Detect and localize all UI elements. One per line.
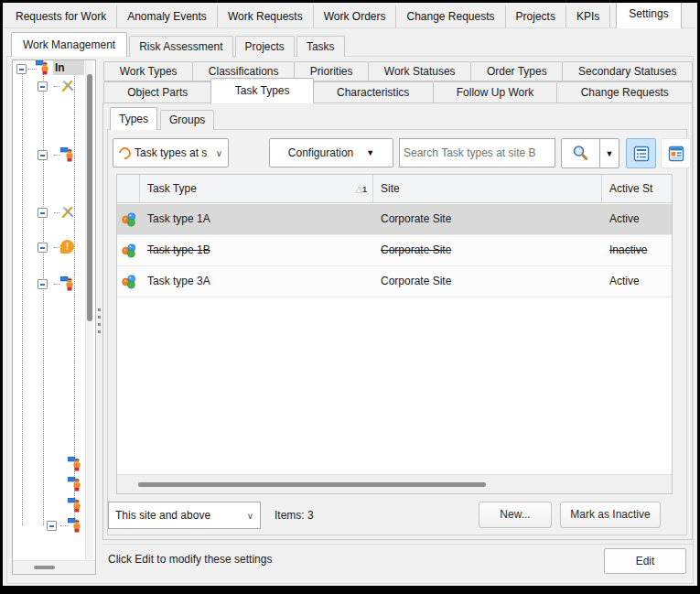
items-count-label: Items: 3	[275, 509, 314, 522]
tab-tasks[interactable]: Tasks	[296, 36, 345, 57]
cell-active-status: Inactive	[602, 235, 672, 265]
tab-follow-up-work[interactable]: Follow Up Work	[433, 81, 558, 103]
scrollbar-thumb[interactable]	[87, 74, 92, 321]
tab-task-types[interactable]: Task Types	[210, 78, 313, 103]
settings-category-tabs-row2: Object Parts Task Types Characteristics …	[103, 81, 692, 103]
tab-work-orders[interactable]: Work Orders	[314, 5, 397, 28]
site-scope-value: This site and above	[115, 509, 243, 522]
tools-icon	[60, 205, 75, 220]
sort-order: 1	[362, 185, 367, 194]
tab-change-requests[interactable]: Change Requests	[396, 5, 505, 28]
column-header-site[interactable]: Site	[373, 175, 602, 202]
person-icon	[60, 147, 75, 162]
panel-splitter[interactable]	[98, 308, 102, 338]
tab-anomaly-events[interactable]: Anomaly Events	[117, 5, 218, 28]
collapse-icon[interactable]	[16, 64, 27, 74]
search-options-arrow[interactable]: ▼	[600, 149, 619, 158]
cell-site: Corporate Site	[373, 235, 602, 265]
column-header-task-type[interactable]: Task Type △1	[140, 175, 373, 202]
task-type-icon	[117, 235, 140, 265]
status-message: Click Edit to modify these settings	[108, 553, 272, 566]
card-view-button[interactable]	[661, 138, 691, 168]
person-icon	[60, 276, 75, 291]
tab-requests-for-work[interactable]: Requests for Work	[5, 5, 117, 28]
settings-tabstrip: Work Management Risk Assessment Projects…	[11, 32, 347, 57]
tab-settings-projects[interactable]: Projects	[235, 36, 295, 57]
site-scope-dropdown[interactable]: This site and above ∨	[108, 502, 261, 529]
cell-active-status: Active	[602, 266, 672, 297]
tree-connector	[54, 212, 59, 213]
tab-secondary-statuses[interactable]: Secondary Statuses	[562, 61, 693, 81]
views-dropdown-value: Task types at s	[135, 146, 212, 159]
tab-work-management[interactable]: Work Management	[11, 32, 127, 57]
tab-kpis[interactable]: KPIs	[566, 5, 610, 28]
chevron-down-icon: ∨	[247, 511, 253, 521]
tab-work-types[interactable]: Work Types	[103, 61, 193, 81]
edit-button[interactable]: Edit	[604, 548, 686, 574]
tab-work-statuses[interactable]: Work Statuses	[368, 61, 471, 81]
collapse-icon[interactable]	[38, 279, 48, 289]
collapse-icon[interactable]	[47, 521, 57, 531]
list-view-icon	[633, 146, 650, 162]
tab-types[interactable]: Types	[110, 107, 157, 130]
tab-work-requests[interactable]: Work Requests	[218, 5, 314, 28]
task-types-table: Task Type △1 Site Active St Task type 1A…	[116, 174, 673, 494]
column-label: Site	[381, 182, 400, 195]
collapse-icon[interactable]	[38, 81, 48, 92]
collapse-icon[interactable]	[38, 150, 48, 160]
collapse-icon[interactable]	[38, 208, 48, 218]
cell-task-type: Task type 1B	[140, 235, 373, 265]
tab-groups[interactable]: Groups	[160, 110, 214, 130]
refresh-icon	[116, 145, 133, 161]
search-button[interactable]	[562, 139, 600, 167]
scrollbar-thumb[interactable]	[34, 566, 55, 569]
table-row[interactable]: Task type 3A Corporate Site Active	[117, 266, 672, 297]
column-label: Active St	[609, 182, 652, 195]
column-label: Task Type	[147, 182, 197, 195]
tree-connector	[22, 71, 23, 525]
mark-as-inactive-button[interactable]: Mark as Inactive	[560, 502, 661, 528]
cell-site: Corporate Site	[373, 266, 602, 297]
table-horizontal-scrollbar[interactable]	[117, 474, 672, 493]
new-button[interactable]: New...	[479, 502, 552, 528]
cell-active-status: Active	[602, 204, 672, 234]
tab-characteristics[interactable]: Characteristics	[313, 81, 434, 103]
tree-connector	[74, 70, 75, 520]
search-split-button[interactable]: ▼	[561, 138, 619, 168]
tab-risk-assessment[interactable]: Risk Assessment	[129, 36, 232, 57]
tree-connector	[54, 284, 59, 285]
scrollbar-thumb[interactable]	[138, 482, 486, 487]
sort-ascending-icon: △	[355, 184, 362, 194]
views-dropdown[interactable]: Task types at s ∨	[113, 138, 229, 167]
configuration-dropdown-button[interactable]: Configuration ▼	[269, 138, 393, 167]
application-window: Requests for Work Anomaly Events Work Re…	[0, 0, 700, 594]
tab-projects[interactable]: Projects	[506, 5, 566, 28]
column-header-active-status[interactable]: Active St	[602, 175, 672, 202]
tab-change-requests-inner[interactable]: Change Requests	[556, 81, 693, 103]
search-input[interactable]	[399, 138, 555, 167]
tree-root-item[interactable]: In	[53, 60, 84, 75]
tree-connector	[54, 247, 59, 248]
list-view-button[interactable]	[626, 138, 656, 168]
table-header: Task Type △1 Site Active St	[117, 175, 672, 203]
collapse-icon[interactable]	[38, 243, 48, 253]
task-type-icon	[117, 204, 140, 234]
sort-indicator: △1	[355, 175, 367, 202]
tree-vertical-scrollbar[interactable]	[85, 61, 93, 559]
tab-settings[interactable]: Settings	[616, 0, 681, 28]
cell-task-type: Task type 3A	[140, 266, 373, 297]
tree-connector	[54, 86, 59, 87]
organization-tree[interactable]: In !	[12, 59, 96, 575]
person-icon	[68, 498, 82, 513]
column-header-icon[interactable]	[117, 175, 140, 202]
top-tabstrip: Requests for Work Anomaly Events Work Re…	[5, 4, 695, 28]
tree-connector	[60, 525, 68, 526]
tree-connector	[54, 155, 59, 156]
table-row[interactable]: Task type 1A Corporate Site Active	[117, 204, 672, 235]
tree-horizontal-scrollbar[interactable]	[13, 560, 95, 574]
table-row[interactable]: Task type 1B Corporate Site Inactive	[117, 235, 672, 266]
status-divider	[102, 544, 693, 545]
tab-order-types[interactable]: Order Types	[470, 61, 563, 81]
tab-object-parts[interactable]: Object Parts	[103, 81, 211, 103]
tools-icon	[60, 79, 75, 93]
